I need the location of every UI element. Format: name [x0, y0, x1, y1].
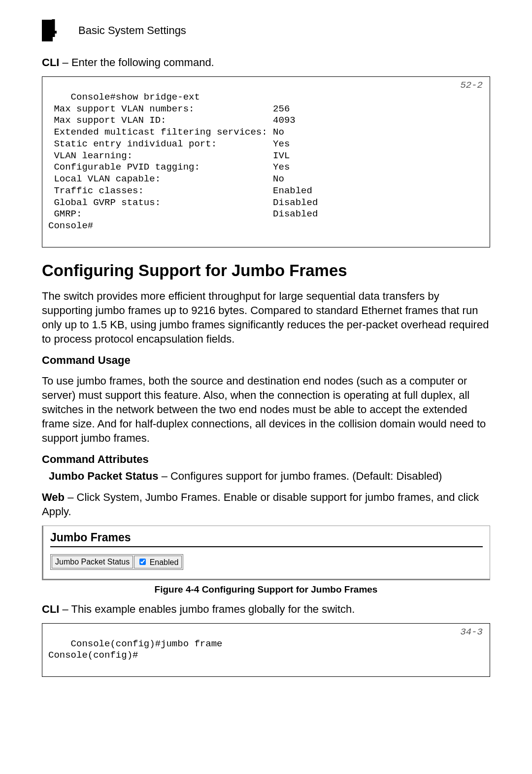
jumbo-status-cell: Enabled: [134, 556, 182, 568]
running-header: 4 Basic System Settings: [42, 20, 490, 41]
web-label: Web: [42, 491, 65, 503]
chapter-tab-icon: 4: [42, 20, 69, 41]
attribute-name: Jumbo Packet Status: [49, 470, 159, 482]
figure-panel-title: Jumbo Frames: [50, 531, 483, 544]
cli2-output-text: Console(config)#jumbo frame Console(conf…: [48, 638, 222, 661]
jumbo-enabled-checkbox[interactable]: [139, 559, 146, 565]
command-attributes-heading: Command Attributes: [42, 453, 490, 466]
cli-intro-line: CLI – Enter the following command.: [42, 55, 490, 70]
command-usage-heading: Command Usage: [42, 354, 490, 367]
running-title: Basic System Settings: [78, 24, 186, 37]
section-paragraph-1: The switch provides more efficient throu…: [42, 289, 490, 346]
web-instruction-rest: – Click System, Jumbo Frames. Enable or …: [42, 491, 479, 518]
cli-output-block-2: 34-3Console(config)#jumbo frame Console(…: [42, 623, 490, 677]
jumbo-status-widget: Jumbo Packet Status Enabled: [50, 554, 183, 570]
cli2-page-ref: 34-3: [460, 627, 483, 638]
cli2-intro-line: CLI – This example enables jumbo frames …: [42, 602, 490, 616]
cli-output-text: Console#show bridge-ext Max support VLAN…: [48, 92, 318, 231]
cli-intro-rest: – Enter the following command.: [59, 56, 214, 69]
jumbo-status-row: Jumbo Packet Status Enabled: [52, 556, 182, 568]
attribute-line: Jumbo Packet Status – Configures support…: [49, 469, 490, 483]
section-heading: Configuring Support for Jumbo Frames: [42, 261, 490, 280]
attribute-desc: – Configures support for jumbo frames. (…: [159, 470, 442, 482]
jumbo-status-label: Jumbo Packet Status: [52, 556, 133, 568]
jumbo-checkbox-label: Enabled: [150, 558, 179, 566]
command-usage-paragraph: To use jumbo frames, both the source and…: [42, 374, 490, 445]
figure-divider: [50, 546, 483, 547]
document-page: 4 Basic System Settings CLI – Enter the …: [0, 0, 532, 774]
figure-panel: Jumbo Frames Jumbo Packet Status Enabled: [42, 526, 490, 580]
cli-output-block-1: 52-2Console#show bridge-ext Max support …: [42, 76, 490, 247]
web-instruction-line: Web – Click System, Jumbo Frames. Enable…: [42, 490, 490, 519]
cli-label: CLI: [42, 56, 59, 69]
cli-page-ref: 52-2: [460, 80, 483, 92]
figure-caption: Figure 4-4 Configuring Support for Jumbo…: [42, 584, 490, 595]
cli2-label: CLI: [42, 603, 59, 615]
chapter-number: 4: [44, 15, 57, 41]
cli2-intro-rest: – This example enables jumbo frames glob…: [59, 603, 355, 615]
